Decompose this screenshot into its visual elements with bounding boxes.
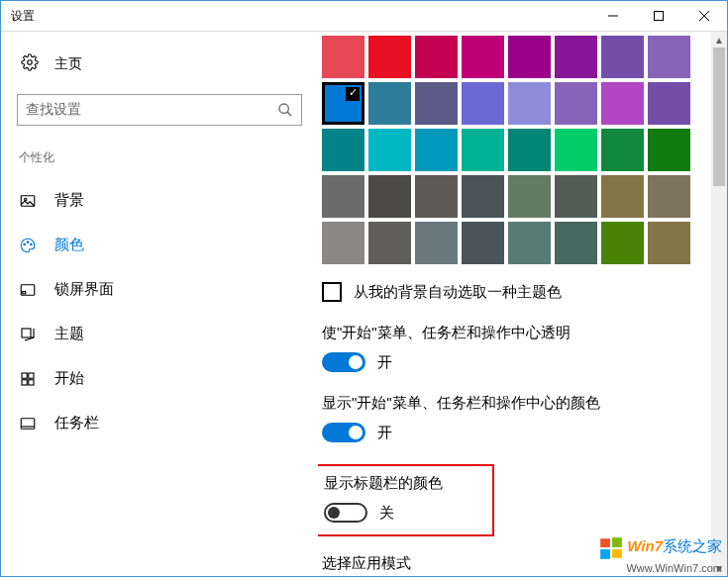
color-swatch[interactable]	[462, 175, 504, 218]
svg-rect-13	[23, 291, 26, 293]
color-swatch[interactable]	[368, 175, 411, 218]
search-icon	[277, 102, 293, 118]
svg-rect-1	[655, 12, 664, 21]
color-swatch[interactable]	[601, 82, 644, 125]
color-swatch[interactable]	[322, 36, 364, 78]
color-palette	[322, 36, 707, 264]
window-title: 设置	[1, 8, 590, 25]
maximize-button[interactable]	[636, 1, 681, 31]
picture-icon	[19, 192, 37, 210]
color-swatch[interactable]	[368, 222, 411, 264]
scroll-up-icon[interactable]: ▲	[711, 32, 727, 48]
auto-pick-color-row[interactable]: 从我的背景自动选取一种主题色	[322, 282, 707, 302]
scroll-thumb[interactable]	[713, 48, 725, 186]
color-swatch[interactable]	[368, 82, 411, 125]
color-swatch[interactable]	[462, 222, 504, 264]
sidebar-item-background[interactable]: 背景	[1, 178, 318, 223]
color-swatch[interactable]	[322, 222, 364, 264]
minimize-button[interactable]	[590, 1, 636, 31]
color-swatch[interactable]	[322, 175, 364, 218]
svg-rect-19	[21, 418, 35, 429]
vertical-scrollbar[interactable]: ▲ ▼	[711, 32, 727, 576]
color-swatch[interactable]	[508, 129, 551, 171]
color-swatch[interactable]	[601, 36, 644, 78]
color-swatch[interactable]	[508, 82, 551, 125]
taskbar-icon	[19, 415, 37, 433]
color-swatch[interactable]	[508, 175, 551, 218]
svg-point-4	[28, 60, 33, 65]
sidebar-item-start[interactable]: 开始	[1, 356, 318, 401]
highlight-annotation: 显示标题栏的颜色 关	[318, 464, 494, 536]
sidebar-item-themes[interactable]: 主题	[1, 312, 318, 356]
sidebar-item-label: 任务栏	[54, 414, 99, 433]
svg-rect-15	[22, 373, 27, 378]
svg-rect-17	[22, 379, 27, 384]
svg-line-6	[287, 112, 291, 116]
search-placeholder: 查找设置	[26, 101, 277, 119]
auto-pick-color-label: 从我的背景自动选取一种主题色	[354, 283, 562, 302]
sidebar-item-lockscreen[interactable]: 锁屏界面	[1, 267, 318, 312]
close-button[interactable]	[681, 1, 727, 31]
settings-window: 设置 主页 查找设置 个性化 背	[0, 0, 728, 577]
color-swatch[interactable]	[415, 129, 458, 171]
scroll-down-icon[interactable]: ▼	[711, 560, 727, 576]
color-swatch[interactable]	[368, 129, 411, 171]
color-swatch[interactable]	[415, 175, 458, 218]
sidebar-item-label: 背景	[54, 191, 84, 210]
color-swatch[interactable]	[322, 82, 364, 125]
show-start-color-toggle-row: 开	[322, 423, 707, 442]
show-start-color-state: 开	[377, 424, 392, 442]
color-swatch[interactable]	[322, 129, 364, 171]
show-titlebar-color-toggle[interactable]	[324, 503, 367, 523]
gear-icon	[21, 53, 39, 74]
home-row[interactable]: 主页	[1, 44, 318, 84]
titlebar: 设置	[1, 1, 727, 32]
color-swatch[interactable]	[508, 222, 551, 264]
svg-point-11	[31, 243, 33, 245]
start-icon	[19, 370, 37, 388]
color-swatch[interactable]	[648, 82, 690, 125]
color-swatch[interactable]	[648, 222, 690, 264]
checkbox-icon[interactable]	[322, 282, 342, 302]
svg-point-10	[27, 240, 29, 242]
color-swatch[interactable]	[648, 129, 690, 171]
color-swatch[interactable]	[555, 222, 597, 264]
svg-rect-18	[29, 379, 34, 384]
show-titlebar-color-state: 关	[379, 504, 394, 523]
color-swatch[interactable]	[462, 129, 504, 171]
svg-point-9	[24, 243, 26, 245]
color-swatch[interactable]	[415, 82, 458, 125]
color-swatch[interactable]	[368, 36, 411, 78]
color-swatch[interactable]	[601, 175, 644, 218]
show-titlebar-color-label: 显示标题栏的颜色	[324, 474, 443, 493]
show-titlebar-color-toggle-row: 关	[324, 503, 443, 523]
sidebar-item-colors[interactable]: 颜色	[1, 223, 318, 267]
svg-point-5	[279, 104, 288, 113]
show-start-color-label: 显示"开始"菜单、任务栏和操作中心的颜色	[322, 394, 707, 413]
color-swatch[interactable]	[415, 36, 458, 78]
sidebar-item-label: 颜色	[54, 236, 84, 254]
app-mode-label: 选择应用模式	[322, 554, 707, 573]
sidebar-item-label: 锁屏界面	[54, 280, 114, 299]
sidebar-item-label: 开始	[54, 369, 84, 388]
svg-rect-14	[22, 329, 31, 337]
show-start-color-toggle[interactable]	[322, 423, 365, 442]
color-swatch[interactable]	[508, 36, 551, 78]
color-swatch[interactable]	[648, 36, 690, 78]
color-swatch[interactable]	[648, 175, 690, 218]
search-input[interactable]: 查找设置	[17, 94, 302, 126]
sidebar-item-taskbar[interactable]: 任务栏	[1, 401, 318, 445]
lockscreen-icon	[19, 281, 37, 299]
transparent-start-toggle[interactable]	[322, 352, 365, 372]
transparent-start-toggle-row: 开	[322, 352, 707, 372]
color-swatch[interactable]	[555, 129, 597, 171]
color-swatch[interactable]	[601, 129, 644, 171]
color-swatch[interactable]	[555, 82, 597, 125]
transparent-start-label: 使"开始"菜单、任务栏和操作中心透明	[322, 324, 707, 342]
color-swatch[interactable]	[555, 175, 597, 218]
color-swatch[interactable]	[601, 222, 644, 264]
color-swatch[interactable]	[462, 36, 504, 78]
color-swatch[interactable]	[415, 222, 458, 264]
color-swatch[interactable]	[555, 36, 597, 78]
color-swatch[interactable]	[462, 82, 504, 125]
